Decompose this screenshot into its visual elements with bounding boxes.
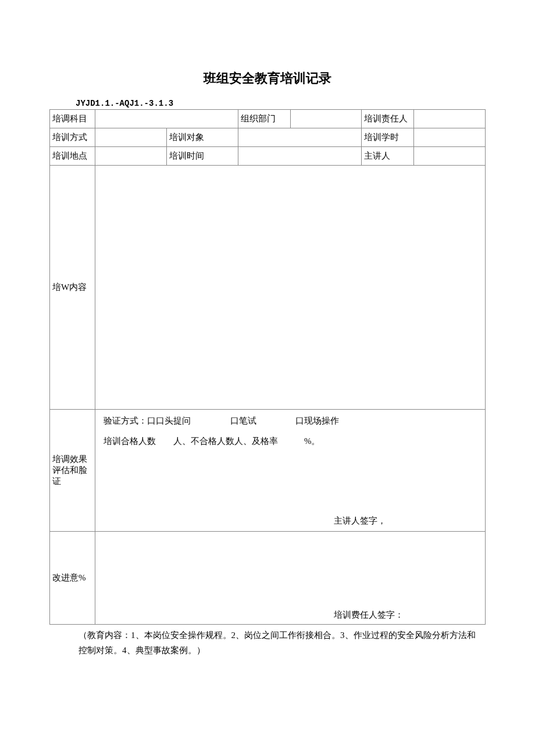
speaker-sign-label: 主讲人签字， xyxy=(334,515,386,526)
checkbox-onsite[interactable]: 口现场操作 xyxy=(295,416,339,425)
table-row: 培调科目 组织部门 培训责任人 xyxy=(50,110,486,128)
field-subject[interactable] xyxy=(95,110,238,128)
training-record-table: 培调科目 组织部门 培训责任人 培训方式 培训对象 培训学时 培训地点 培训时间… xyxy=(49,109,486,625)
field-time[interactable] xyxy=(238,147,362,166)
pass-count-line: 培训合格人数 人、不合格人数人、及格率 %。 xyxy=(104,436,477,447)
field-content[interactable] xyxy=(95,166,486,410)
label-hours: 培训学时 xyxy=(362,128,414,147)
document-title: 班组安全教育培训记录 xyxy=(49,70,486,87)
checkbox-written[interactable]: 口笔试 xyxy=(230,416,256,425)
label-subject: 培调科目 xyxy=(50,110,95,128)
field-method[interactable] xyxy=(95,128,167,147)
field-hours[interactable] xyxy=(414,128,486,147)
field-train-resp[interactable] xyxy=(414,110,486,128)
label-speaker: 主讲人 xyxy=(362,147,414,166)
label-improve: 改进意% xyxy=(50,532,95,625)
field-eval[interactable]: 验证方式：口口头提问 口笔试 口现场操作 培训合格人数 人、不合格人数人、及格率… xyxy=(95,410,486,532)
label-target: 培训对象 xyxy=(166,128,238,147)
form-code: JYJD1.1.-AQJ1.-3.1.3 xyxy=(76,99,486,108)
field-improve[interactable]: 培训费任人签字： xyxy=(95,532,486,625)
label-train-resp: 培训责任人 xyxy=(362,110,414,128)
label-location: 培训地点 xyxy=(50,147,95,166)
field-location[interactable] xyxy=(95,147,167,166)
field-speaker[interactable] xyxy=(414,147,486,166)
table-row: 培调效果评估和脸证 验证方式：口口头提问 口笔试 口现场操作 培训合格人数 人、… xyxy=(50,410,486,532)
verify-prefix: 验证方式： xyxy=(104,416,147,425)
footer-note: （教育内容：1、本岗位安全操作规程。2、岗位之间工作衔接相合。3、作业过程的安全… xyxy=(49,628,486,658)
table-row: 培W内容 xyxy=(50,166,486,410)
table-row: 培训地点 培训时间 主讲人 xyxy=(50,147,486,166)
label-content: 培W内容 xyxy=(50,166,95,410)
checkbox-oral[interactable]: 口口头提问 xyxy=(147,416,191,425)
label-eval: 培调效果评估和脸证 xyxy=(50,410,95,532)
verify-method-line: 验证方式：口口头提问 口笔试 口现场操作 xyxy=(104,415,477,427)
table-row: 改进意% 培训费任人签字： xyxy=(50,532,486,625)
label-time: 培训时间 xyxy=(166,147,238,166)
label-org-dept: 组织部门 xyxy=(238,110,290,128)
field-org-dept[interactable] xyxy=(290,110,362,128)
label-method: 培训方式 xyxy=(50,128,95,147)
table-row: 培训方式 培训对象 培训学时 xyxy=(50,128,486,147)
resp-sign-label: 培训费任人签字： xyxy=(334,610,404,621)
field-target[interactable] xyxy=(238,128,362,147)
